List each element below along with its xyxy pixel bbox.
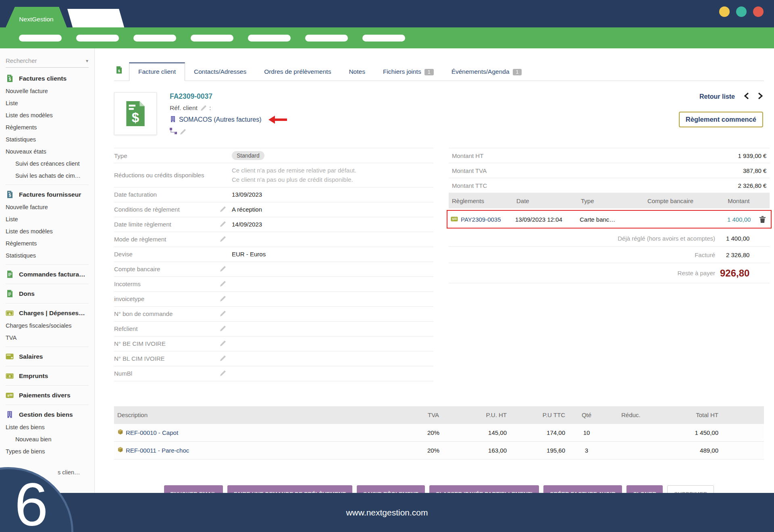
red-arrow-annotation: [268, 115, 288, 124]
sidebar-item[interactable]: Suivi les achats de cim…: [0, 170, 94, 182]
edit-pencil-icon[interactable]: [220, 296, 226, 302]
enter-payment-button[interactable]: SAISIR RÈGLEMENT: [357, 485, 425, 493]
sidebar-item[interactable]: TVA: [0, 332, 94, 344]
table-row: REF-00010 - Capot 20% 145,00 174,00 10 1…: [114, 424, 764, 442]
tab-fichiers-joints[interactable]: Fichiers joints1: [374, 63, 443, 81]
red-dot-icon[interactable]: [753, 6, 764, 17]
total-label: Déjà réglé (hors avoirs et acomptes): [449, 235, 717, 242]
sidebar-item[interactable]: Nouveau bien: [0, 433, 94, 445]
chevron-down-icon[interactable]: ▾: [86, 58, 89, 64]
column-header: Réduc.: [605, 411, 657, 418]
sidebar-section-charges[interactable]: $ Charges | Dépenses…: [0, 306, 94, 320]
prev-arrow-icon[interactable]: [744, 92, 749, 101]
yellow-dot-icon[interactable]: [719, 6, 730, 17]
back-to-list-link[interactable]: Retour liste: [699, 93, 735, 100]
tab-facture-client[interactable]: Facture client: [129, 62, 185, 81]
product-desc: REF-00011 - Pare-choc: [126, 447, 189, 454]
create-credit-note-button[interactable]: CRÉER FACTURE AVOIR: [543, 485, 622, 493]
next-arrow-icon[interactable]: [758, 92, 763, 101]
edit-pencil-icon[interactable]: [220, 236, 226, 242]
send-email-button[interactable]: ENVOYER EMAIL: [164, 485, 223, 493]
sidebar-section-title: Factures clients: [19, 75, 67, 82]
sidebar-section-factures-clients[interactable]: $ Factures clients: [0, 72, 94, 85]
sidebar-item[interactable]: Nouvelle facture: [0, 85, 94, 97]
nav-pill[interactable]: [19, 35, 62, 42]
field-value: A réception: [232, 206, 262, 213]
edit-pencil-icon[interactable]: [220, 341, 226, 347]
payment-ref-link[interactable]: $ PAY2309-0035: [447, 216, 512, 223]
sidebar-item[interactable]: Liste des biens: [0, 421, 94, 433]
product-desc: REF-00010 - Capot: [126, 429, 178, 436]
edit-pencil-icon[interactable]: [180, 129, 186, 135]
payment-type: Carte banc…: [576, 216, 623, 223]
sidebar-item[interactable]: Règlements: [0, 121, 94, 133]
edit-pencil-icon[interactable]: [220, 281, 226, 287]
delete-payment-button[interactable]: [754, 216, 771, 223]
sidebar-item[interactable]: Types de biens: [0, 445, 94, 457]
total-value: 1 400,00: [717, 235, 753, 242]
sidebar-item[interactable]: Liste: [0, 213, 94, 225]
sidebar-item[interactable]: Nouveaux états: [0, 145, 94, 158]
field-row-type: Type Standard: [114, 148, 433, 163]
classify-partially-paid-button[interactable]: CLASSER 'PAYÉE PARTIELLEMENT': [429, 485, 539, 493]
tab-notes[interactable]: Notes: [340, 63, 374, 81]
company-link[interactable]: SOMACOS (Autres factures): [179, 116, 262, 123]
main-nav-bar: [0, 27, 774, 48]
edit-pencil-icon[interactable]: [200, 105, 206, 111]
nav-pill[interactable]: [305, 35, 348, 42]
nav-pill[interactable]: [191, 35, 233, 42]
nav-pill[interactable]: [133, 35, 176, 42]
direct-debit-request-button[interactable]: FAIRE UNE DEMANDE DE PRÉLÈVEMENT: [227, 485, 352, 493]
tab-ordres-prelevements[interactable]: Ordres de prélèvements: [255, 63, 340, 81]
trash-icon: [759, 216, 766, 223]
sidebar-item[interactable]: Statistiques: [0, 249, 94, 262]
search-input[interactable]: [6, 57, 86, 64]
sidebar-section-emprunts[interactable]: 0 Emprunts: [0, 369, 94, 382]
sidebar-item[interactable]: Suivi des créances client: [0, 158, 94, 170]
sidebar-section-dons[interactable]: Dons: [0, 287, 94, 300]
nav-pill[interactable]: [76, 35, 119, 42]
delete-button: SUPPRIMER: [667, 485, 714, 493]
edit-pencil-icon[interactable]: [220, 370, 226, 376]
line-puht: 145,00: [452, 429, 510, 436]
sidebar-item[interactable]: Nouvelle facture: [0, 201, 94, 213]
product-link[interactable]: REF-00010 - Capot: [114, 429, 415, 436]
sidebar-item[interactable]: Liste des modèles: [0, 225, 94, 237]
sidebar-section-paiements-divers[interactable]: $ Paiements divers: [0, 389, 94, 402]
sidebar-item[interactable]: Liste des modèles: [0, 109, 94, 121]
project-sitemap-icon[interactable]: [170, 128, 177, 136]
svg-text:$: $: [8, 394, 9, 397]
field-row-devise: Devise EUR - Euros: [114, 247, 433, 262]
sidebar-section-salaires[interactable]: Salaires: [0, 350, 94, 363]
teal-dot-icon[interactable]: [736, 6, 747, 17]
tab-evenements-agenda[interactable]: Événements/Agenda1: [443, 63, 531, 81]
column-header: Description: [114, 411, 415, 418]
field-label: N° BL CIM IVOIRE: [114, 355, 220, 362]
field-label: Compte bancaire: [114, 266, 220, 272]
invoice-client-icon: $: [6, 75, 14, 82]
product-link[interactable]: REF-00011 - Pare-choc: [114, 447, 415, 454]
nav-pill[interactable]: [362, 35, 405, 42]
divider: [6, 303, 89, 303]
sidebar-section-title: Commandes factura…: [19, 271, 85, 278]
sidebar-section-commandes[interactable]: Commandes factura…: [0, 268, 94, 281]
tab-contacts-adresses[interactable]: Contacts/Adresses: [185, 63, 255, 81]
sidebar-item[interactable]: Charges fiscales/sociales: [0, 320, 94, 332]
edit-pencil-icon[interactable]: [220, 221, 226, 227]
sidebar-item[interactable]: Liste: [0, 97, 94, 109]
product-box-icon: [117, 429, 123, 436]
edit-pencil-icon[interactable]: [220, 355, 226, 362]
edit-pencil-icon[interactable]: [220, 311, 226, 317]
edit-pencil-icon[interactable]: [220, 326, 226, 332]
sidebar-item[interactable]: Statistiques: [0, 133, 94, 145]
edit-pencil-icon[interactable]: [220, 266, 226, 272]
clone-button[interactable]: CLONER: [626, 485, 663, 493]
field-label: Réductions ou crédits disponibles: [114, 172, 220, 179]
edit-pencil-icon[interactable]: [220, 206, 226, 212]
sidebar-item[interactable]: Règlements: [0, 237, 94, 249]
sidebar-section-factures-fournisseur[interactable]: $ Factures fournisseur: [0, 188, 94, 201]
payment-amount[interactable]: 1 400,00: [716, 216, 754, 223]
sidebar-section-gestion-biens[interactable]: Gestion des biens: [0, 408, 94, 421]
invoice-thumbnail[interactable]: $: [114, 92, 157, 135]
nav-pill[interactable]: [248, 35, 291, 42]
